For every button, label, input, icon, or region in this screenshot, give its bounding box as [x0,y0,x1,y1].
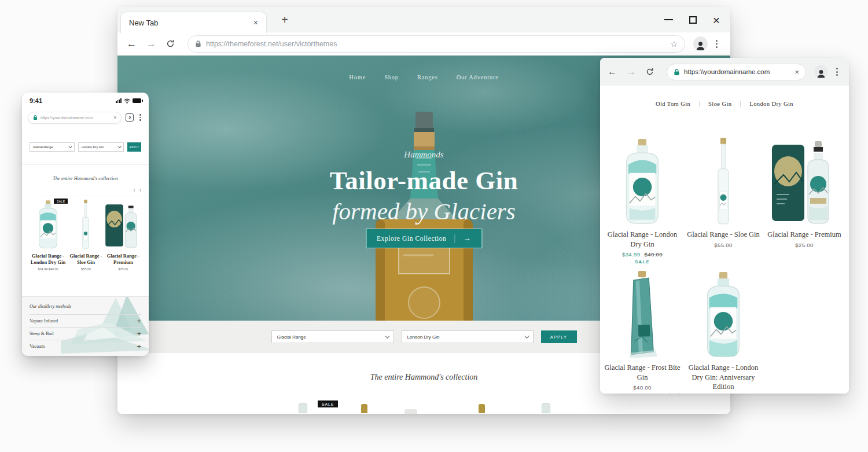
product-card[interactable]: Glacial Range - London Dry Gin: Annivers… [685,269,762,394]
back-icon[interactable]: ← [127,39,137,49]
divider [740,101,741,107]
apply-button[interactable]: APPLY [541,330,577,343]
product-image-slim-bottle [685,136,762,226]
category-nav: Old Tom Gin Sloe Gin London Dry Gin [600,101,849,107]
battery-icon [133,98,141,103]
product-price: $34.99 $40.00 [604,251,681,258]
product-image-tube-and-bottle [766,136,843,226]
menu-icon[interactable] [712,38,721,50]
product-image-round-bottle [685,269,762,359]
product-card[interactable]: Glacial Range - Sloe Gin $55.00 [685,136,762,248]
product-name: Glacial Range - London Dry Gin: Annivers… [685,363,762,392]
divider [35,196,144,196]
nav-link-home[interactable]: Home [349,74,366,80]
product-name: Glacial Range - London Dry Gin [27,253,69,266]
product-card[interactable]: Glacial Range - Frost Bite Gin $40.00 [604,269,681,391]
cta-divider [454,234,455,243]
product-price: $25.00 [766,242,843,248]
chevron-down-icon [524,333,529,338]
accordion-row-vapour-infused[interactable]: Vapour Infused + [30,314,141,327]
bottle-cap-peek [361,404,367,413]
range-select-value: Glacial Range [277,335,306,340]
gin-type-select[interactable]: London Dry Gin [78,142,124,152]
accordion-label: Vapour Infused [30,318,58,324]
url-bar[interactable]: https:\\yourdomainname.com × [667,64,806,80]
arrow-right-icon: → [463,234,471,243]
tab-title: New Tab [129,19,158,27]
signal-icon [116,98,122,103]
menu-icon[interactable] [138,113,143,122]
product-card[interactable]: SALE Glacial Range - London Dry Gin $34.… [27,199,69,271]
range-select[interactable]: Glacial Range [30,142,75,152]
url-bar[interactable]: https:\\yourdomainname.com × [28,112,122,124]
reload-icon[interactable] [166,39,175,48]
tab-close-icon[interactable]: × [253,18,258,27]
menu-icon[interactable] [833,65,841,78]
url-bar[interactable]: https://themeforest.net/user/victortheme… [187,35,685,53]
plus-icon: + [137,317,141,325]
product-card[interactable]: Glacial Range - Premium $25.00 [766,136,843,248]
product-card[interactable]: Glacial Range - Premium $25.00 [103,199,144,271]
product-carousel: SALE Glacial Range - London Dry Gin $34.… [22,199,149,271]
product-price: $55.00 [69,267,103,271]
lock-icon [674,68,680,76]
range-select-value: Glacial Range [33,145,53,149]
tab-new-tab[interactable]: New Tab × [120,12,267,33]
nav-link-shop[interactable]: Shop [384,74,399,80]
cta-label: Explore Gin Collection [377,235,447,242]
product-image-round-bottle [604,136,681,226]
distillery-methods-section: Our distillery methods Vapour Infused + … [22,296,149,356]
profile-avatar-icon[interactable] [693,36,708,51]
new-tab-button[interactable]: + [277,12,292,27]
product-price: $25.00 [103,267,144,271]
carousel-prev-icon[interactable]: ‹ [133,187,135,193]
product-name: Glacial Range - Premium [766,230,843,240]
clear-url-icon[interactable]: × [795,68,799,76]
status-icons [116,98,141,104]
nav-link-our-adventure[interactable]: Our Adventure [457,74,499,80]
product-image-round-bottle [27,199,69,249]
secondary-browser-window: ← → https:\\yourdomainname.com × Old [600,58,849,394]
explore-collection-button[interactable]: Explore Gin Collection → [366,229,482,248]
url-row: https:\\yourdomainname.com × 2 [22,109,149,126]
forward-icon[interactable]: → [146,39,156,49]
forward-icon[interactable]: → [627,67,636,76]
carousel-arrows: ‹ › [133,187,141,193]
minimize-button[interactable] [664,19,673,20]
product-card[interactable]: Glacial Range - Sloe Gin $55.00 [69,199,103,271]
collection-heading: The entire Hammond's collection [22,175,149,181]
lock-icon [33,115,38,120]
product-image-slim-bottle [69,199,103,249]
old-price: $40.00 [645,251,663,258]
bookmark-star-icon[interactable]: ☆ [670,39,678,49]
methods-accordion: Vapour Infused + Steep & Boil + Vacuum + [30,314,141,352]
mockup-stage: New Tab × + × ← → https://them [0,0,868,452]
back-icon[interactable]: ← [608,67,617,76]
tab-count-button[interactable]: 2 [126,113,134,122]
reload-icon[interactable] [646,68,654,76]
product-price: $40.00 [604,384,681,391]
plus-icon: + [137,343,141,350]
filter-bar: Glacial Range London Dry Gin APPLY [22,142,149,152]
category-sloe-gin[interactable]: Sloe Gin [708,101,731,107]
sale-label: SALE [604,259,681,264]
category-old-tom-gin[interactable]: Old Tom Gin [656,101,690,107]
product-image-square-bottle [604,269,681,359]
maximize-button[interactable] [689,16,697,24]
carousel-next-icon[interactable]: › [139,187,141,193]
clear-url-icon[interactable]: × [113,115,116,120]
category-london-dry-gin[interactable]: London Dry Gin [749,101,793,107]
range-select[interactable]: Glacial Range [271,330,394,343]
nav-link-ranges[interactable]: Ranges [417,74,438,80]
apply-button[interactable]: APPLY [127,142,141,152]
profile-avatar-icon[interactable] [814,65,828,79]
close-window-button[interactable]: × [713,14,720,26]
accordion-label: Steep & Boil [30,331,54,336]
gin-type-select-value: London Dry Gin [82,145,104,149]
product-name: Glacial Range - Frost Bite Gin [604,363,681,382]
accordion-row-steep-and-boil[interactable]: Steep & Boil + [30,327,141,340]
gin-type-select[interactable]: London Dry Gin [402,330,534,343]
product-card[interactable]: Glacial Range - London Dry Gin $34.99 $4… [604,136,681,264]
accordion-row-vacuum[interactable]: Vacuum + [30,340,141,352]
status-bar: 9:41 [22,93,149,109]
